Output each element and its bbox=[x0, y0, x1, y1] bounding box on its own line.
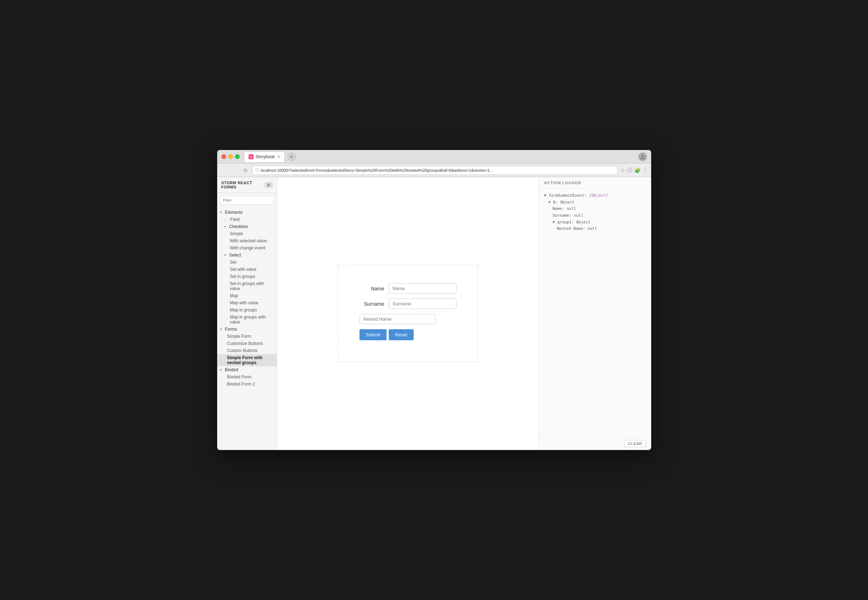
right-panel: ACTION LOGGER ▼ formSubmitEvent: [Object… bbox=[539, 177, 651, 450]
browser-tab[interactable]: S Storybook ✕ bbox=[244, 152, 285, 162]
forms-label: Forms bbox=[225, 327, 237, 332]
sidebar-item-checkbox[interactable]: Checkbox bbox=[217, 223, 277, 230]
log-surname-val: null bbox=[574, 213, 584, 218]
triangle-down-group1-icon: ▼ bbox=[553, 219, 555, 226]
action-logger-content: ▼ formSubmitEvent: [Object] ▼ 0: Object … bbox=[539, 189, 651, 437]
binded-arrow bbox=[220, 368, 225, 371]
log-name-key: Name: bbox=[553, 206, 564, 211]
sidebar-item-select-map-groups[interactable]: Map in groups bbox=[217, 306, 277, 314]
log-line-event: ▼ formSubmitEvent: [Object] bbox=[544, 192, 646, 199]
log-nested-key: Nested Name: bbox=[557, 226, 585, 231]
log-nested-val: null bbox=[588, 226, 597, 231]
url-text: localhost:10000/?selectedKind=Forms&sele… bbox=[261, 168, 493, 173]
sidebar-item-custom-buttons[interactable]: Custom Buttons bbox=[217, 347, 277, 354]
sidebar-item-select[interactable]: Select bbox=[217, 252, 277, 259]
tab-title: Storybook bbox=[256, 154, 275, 159]
new-tab-button[interactable]: + bbox=[287, 152, 296, 161]
form-container: Name Surname Submit Reset bbox=[338, 265, 478, 362]
sidebar-item-select-map-groups-value[interactable]: Map in groups with value bbox=[217, 314, 277, 326]
back-button[interactable]: ← bbox=[221, 167, 229, 174]
svg-point-1 bbox=[641, 158, 645, 159]
action-logger-header: ACTION LOGGER bbox=[539, 177, 651, 189]
log-line-index: ▼ 0: Object bbox=[544, 199, 646, 206]
log-event-val: [Object] bbox=[589, 193, 608, 198]
field-arrow bbox=[224, 218, 229, 221]
tab-close-icon[interactable]: ✕ bbox=[277, 155, 280, 159]
log-surname-key: Surname: bbox=[553, 213, 572, 218]
sidebar-item-binded-form-2[interactable]: Binded Form 2 bbox=[217, 380, 277, 388]
forward-button[interactable]: → bbox=[231, 167, 239, 174]
surname-label: Surname bbox=[359, 301, 385, 307]
sidebar: STORM REACT FORMS ⌘ Elements Field C bbox=[217, 177, 277, 450]
filter-input[interactable] bbox=[220, 196, 274, 205]
submit-button[interactable]: Submit bbox=[359, 329, 386, 340]
sidebar-item-forms[interactable]: Forms bbox=[217, 326, 277, 333]
maximize-button[interactable] bbox=[235, 154, 240, 159]
sidebar-item-select-set-groups-value[interactable]: Set in groups with value bbox=[217, 280, 277, 292]
svg-point-0 bbox=[641, 155, 644, 157]
log-event-key: formSubmitEvent: bbox=[549, 193, 587, 198]
log-line-surname: Surname: null bbox=[544, 212, 646, 219]
user-icon bbox=[638, 153, 647, 161]
sidebar-item-select-map[interactable]: Map bbox=[217, 292, 277, 299]
select-label: Select bbox=[229, 253, 241, 258]
clear-button[interactable]: CLEAR bbox=[624, 440, 646, 447]
sidebar-item-checkbox-simple[interactable]: Simple bbox=[217, 230, 277, 237]
triangle-down-index-icon: ▼ bbox=[549, 199, 551, 206]
menu-icon[interactable]: ⋮ bbox=[643, 167, 648, 173]
address-bar: ← → ↻ ⓘ localhost:10000/?selectedKind=Fo… bbox=[217, 164, 651, 177]
sidebar-item-customize-buttons[interactable]: Customize Buttons bbox=[217, 340, 277, 347]
center-panel: Name Surname Submit Reset bbox=[277, 177, 539, 450]
sidebar-item-binded[interactable]: Binded bbox=[217, 366, 277, 373]
log-index-key: 0: bbox=[553, 200, 558, 205]
name-input[interactable] bbox=[389, 283, 456, 294]
log-group1-key: group1: bbox=[557, 220, 574, 224]
traffic-lights bbox=[222, 154, 240, 159]
field-label: Field bbox=[230, 217, 240, 222]
tab-favicon: S bbox=[249, 154, 254, 159]
sidebar-item-select-set-groups[interactable]: Set in groups bbox=[217, 273, 277, 280]
elements-arrow bbox=[220, 211, 225, 214]
reload-button[interactable]: ↻ bbox=[242, 167, 249, 174]
extension-icon[interactable]: 🧩 bbox=[634, 167, 640, 173]
log-group1-val: Object bbox=[576, 220, 591, 224]
bookmark-icon[interactable]: ☆ bbox=[620, 167, 625, 173]
name-label: Name bbox=[359, 286, 385, 291]
sidebar-item-checkbox-selected[interactable]: With selected value bbox=[217, 237, 277, 244]
main-content: STORM REACT FORMS ⌘ Elements Field C bbox=[217, 177, 651, 450]
window-controls bbox=[638, 153, 647, 161]
tab-area: S Storybook ✕ + bbox=[244, 152, 638, 162]
reset-button[interactable]: Reset bbox=[389, 329, 413, 340]
log-line-name: Name: null bbox=[544, 206, 646, 212]
sidebar-item-simple-form-nested[interactable]: Simple Form with nested groups bbox=[217, 354, 277, 366]
select-arrow bbox=[224, 253, 229, 257]
sidebar-cmd: ⌘ bbox=[265, 182, 272, 188]
sidebar-header: STORM REACT FORMS ⌘ bbox=[217, 177, 277, 193]
checkbox-arrow bbox=[224, 225, 229, 229]
surname-input[interactable] bbox=[389, 298, 456, 309]
info-icon[interactable]: ⓘ bbox=[627, 167, 632, 174]
nested-name-input[interactable] bbox=[359, 314, 436, 324]
address-actions: ☆ ⓘ 🧩 ⋮ bbox=[620, 167, 648, 174]
sidebar-item-field[interactable]: Field bbox=[217, 216, 277, 223]
triangle-down-icon: ▼ bbox=[544, 192, 547, 199]
nested-name-row bbox=[359, 314, 456, 324]
surname-row: Surname bbox=[359, 298, 456, 309]
sidebar-item-simple-form[interactable]: Simple Form bbox=[217, 333, 277, 340]
sidebar-item-checkbox-change[interactable]: With change event bbox=[217, 244, 277, 252]
sidebar-item-elements[interactable]: Elements bbox=[217, 209, 277, 216]
binded-label: Binded bbox=[225, 367, 238, 372]
log-index-val: Object bbox=[560, 200, 575, 205]
sidebar-item-binded-form[interactable]: Binded Form bbox=[217, 373, 277, 380]
checkbox-label: Checkbox bbox=[229, 224, 248, 229]
sidebar-item-select-set-value[interactable]: Set with value bbox=[217, 266, 277, 273]
minimize-button[interactable] bbox=[228, 154, 233, 159]
sidebar-item-select-set[interactable]: Set bbox=[217, 259, 277, 266]
browser-window: S Storybook ✕ + ← → ↻ ⓘ localhost:10000/… bbox=[217, 150, 651, 450]
name-row: Name bbox=[359, 283, 456, 294]
sidebar-item-select-map-value[interactable]: Map with value bbox=[217, 299, 277, 306]
address-input[interactable]: ⓘ localhost:10000/?selectedKind=Forms&se… bbox=[252, 166, 618, 175]
close-button[interactable] bbox=[222, 154, 226, 159]
log-name-val: null bbox=[567, 206, 576, 211]
form-demo: Name Surname Submit Reset bbox=[349, 273, 467, 351]
